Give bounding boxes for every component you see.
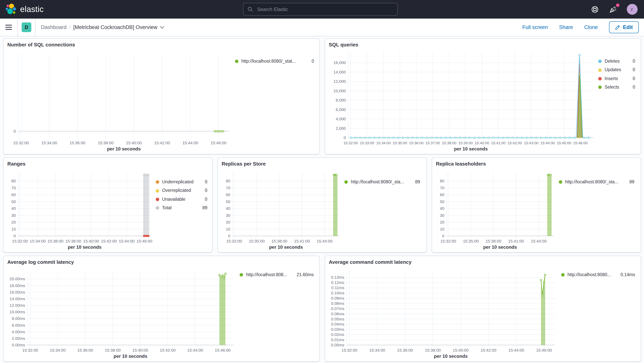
svg-text:15:46:00: 15:46:00 <box>536 348 552 352</box>
legend-item[interactable]: http://localhost:8080/_stat...0 <box>235 59 314 64</box>
svg-text:15:44:00: 15:44:00 <box>508 348 524 352</box>
svg-text:15:32:00: 15:32:00 <box>342 348 357 352</box>
svg-text:15:41:00: 15:41:00 <box>491 141 506 145</box>
chart-replicas-per-store[interactable]: 0102030405060708015:32:0015:35:0015:38:0… <box>221 167 341 251</box>
svg-text:6,000: 6,000 <box>336 107 346 112</box>
panel-title[interactable]: Replicas per Store <box>222 161 423 167</box>
svg-text:15:38:00: 15:38:00 <box>98 141 114 145</box>
breadcrumb-dashboard-link[interactable]: Dashboard <box>41 24 66 30</box>
svg-text:per 10 seconds: per 10 seconds <box>483 244 517 250</box>
svg-text:4.00ms: 4.00ms <box>12 329 25 334</box>
legend-item[interactable]: Selects0 <box>598 85 635 90</box>
panel-title[interactable]: Number of SQL connections <box>7 42 316 48</box>
elastic-logo-icon <box>5 3 16 16</box>
svg-text:70: 70 <box>226 186 230 190</box>
svg-text:30: 30 <box>440 213 444 218</box>
legend-item[interactable]: Deletes0 <box>598 59 635 64</box>
svg-text:15:33:00: 15:33:00 <box>360 141 374 145</box>
svg-text:15:34:00: 15:34:00 <box>30 239 46 243</box>
legend-label: http://localhost:8080/_sta... <box>565 179 627 185</box>
panel-title[interactable]: Replica leaseholders <box>436 161 638 167</box>
notification-dot <box>616 4 619 7</box>
menu-button[interactable] <box>0 19 18 36</box>
legend-value: 0 <box>632 85 635 90</box>
dashboard-app-badge[interactable]: D <box>22 23 31 32</box>
legend-item[interactable]: Unavailable0 <box>156 197 207 202</box>
help-button[interactable] <box>590 5 600 14</box>
svg-text:15:46:00: 15:46:00 <box>210 141 226 145</box>
svg-text:15:40:00: 15:40:00 <box>475 141 489 145</box>
chart-avg-command-commit-latency[interactable]: 0.00ms0.01ms0.02ms0.03ms0.04ms0.05ms0.06… <box>328 266 558 360</box>
svg-text:15:32:00: 15:32:00 <box>440 239 456 243</box>
chart-avg-log-commit-latency[interactable]: 0.00ms2.00ms4.00ms6.00ms8.00ms10.00ms12.… <box>6 266 236 360</box>
panel-replicas-per-store: Replicas per Store 0102030405060708015:3… <box>217 157 427 253</box>
svg-text:15:35:00: 15:35:00 <box>463 239 479 243</box>
party-popper-icon <box>610 6 617 13</box>
series-dot-icon <box>558 180 562 184</box>
panel-title[interactable]: Ranges <box>7 161 209 167</box>
pencil-icon <box>615 25 620 30</box>
legend-item[interactable]: http://localhost:8080/_sta...89 <box>344 179 420 185</box>
hamburger-icon <box>6 25 12 30</box>
panel-title[interactable]: Average command commit latency <box>329 259 638 265</box>
svg-text:per 10 seconds: per 10 seconds <box>454 146 488 151</box>
svg-text:12.00ms: 12.00ms <box>10 303 25 307</box>
global-search[interactable] <box>243 3 398 16</box>
legend-item[interactable]: http://localhost:808...21.60ms <box>240 272 314 278</box>
svg-text:0.10ms: 0.10ms <box>331 291 344 295</box>
legend-item[interactable]: http://localhost:8080...0.14ms <box>561 272 635 278</box>
svg-text:15:44:00: 15:44:00 <box>540 141 555 145</box>
svg-text:0.07ms: 0.07ms <box>331 306 344 311</box>
full-screen-button[interactable]: Full screen <box>522 24 548 30</box>
clone-button[interactable]: Clone <box>584 24 598 30</box>
legend-item[interactable]: Underreplicated0 <box>156 179 207 185</box>
elastic-logo[interactable]: elastic <box>0 3 44 16</box>
svg-text:0.00ms: 0.00ms <box>331 343 344 347</box>
svg-text:40: 40 <box>226 206 230 211</box>
share-button[interactable]: Share <box>559 24 573 30</box>
svg-text:per 10 seconds: per 10 seconds <box>107 146 141 151</box>
svg-text:30: 30 <box>226 213 230 218</box>
svg-text:15:38:00: 15:38:00 <box>486 239 502 243</box>
panel-title[interactable]: SQL queries <box>329 42 638 48</box>
svg-text:6.00ms: 6.00ms <box>12 323 25 327</box>
chart-legend: http://localhost:808...21.60ms <box>236 266 316 360</box>
svg-text:per 10 seconds: per 10 seconds <box>114 353 148 359</box>
page-title[interactable]: [Metricbeat CockroachDB] Overview <box>73 24 164 30</box>
svg-text:20: 20 <box>12 220 16 224</box>
edit-button[interactable]: Edit <box>609 21 638 33</box>
newsfeed-button[interactable] <box>608 5 618 14</box>
legend-value: 89 <box>415 179 420 185</box>
panel-number-of-sql-connections: Number of SQL connections 015:32:0015:34… <box>3 38 320 154</box>
panel-avg-command-commit-latency: Average command commit latency 0.00ms0.0… <box>324 256 641 362</box>
chart-sql-queries[interactable]: 02,0004,0006,0008,00010,00012,00014,0001… <box>328 48 597 152</box>
svg-text:2,000: 2,000 <box>336 126 346 131</box>
legend-label: Total <box>162 205 200 211</box>
svg-text:15:39:00: 15:39:00 <box>458 141 473 145</box>
chart-sql-connections[interactable]: 015:32:0015:34:0015:36:0015:38:0015:40:0… <box>6 48 232 152</box>
svg-text:14,000: 14,000 <box>333 70 346 74</box>
legend-item[interactable]: Overreplicated0 <box>156 188 207 194</box>
svg-text:0: 0 <box>442 234 444 238</box>
svg-text:15:32:00: 15:32:00 <box>343 141 358 145</box>
brand-name: elastic <box>20 5 44 14</box>
legend-label: Selects <box>604 85 630 90</box>
search-input[interactable] <box>256 6 394 12</box>
svg-text:15:42:00: 15:42:00 <box>160 348 176 352</box>
chart-legend: Underreplicated0Overreplicated0Unavailab… <box>153 167 209 251</box>
legend-item[interactable]: Total89 <box>156 205 207 211</box>
legend-item[interactable]: Updates0 <box>598 68 635 73</box>
chart-ranges[interactable]: 0102030405060708015:32:0015:34:0015:36:0… <box>6 167 153 251</box>
svg-text:0.11ms: 0.11ms <box>331 285 344 290</box>
breadcrumb-separator: / <box>69 24 70 30</box>
user-avatar[interactable]: r <box>626 4 638 15</box>
svg-text:10.00ms: 10.00ms <box>10 310 25 314</box>
svg-text:50: 50 <box>226 199 230 204</box>
svg-text:0: 0 <box>14 234 16 238</box>
panel-title[interactable]: Average log commit latency <box>7 259 316 265</box>
legend-item[interactable]: http://localhost:8080/_sta...89 <box>558 179 634 185</box>
chart-replica-leaseholders[interactable]: 0102030405060708015:32:0015:35:0015:38:0… <box>435 167 556 251</box>
svg-text:0.00ms: 0.00ms <box>12 343 25 347</box>
panel-avg-log-commit-latency: Average log commit latency 0.00ms2.00ms4… <box>3 256 320 362</box>
legend-item[interactable]: Inserts0 <box>598 76 635 81</box>
